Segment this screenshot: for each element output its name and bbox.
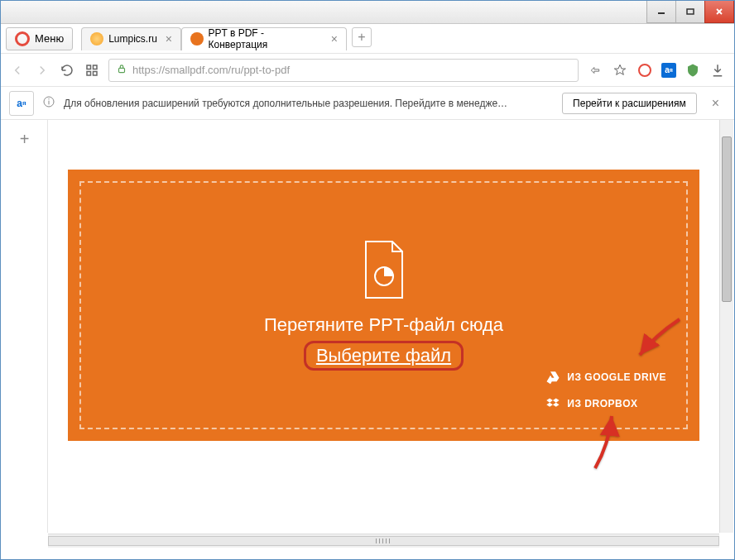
ppt-file-icon [361,240,407,299]
cloud-source-links: ИЗ GOOGLE DRIVE ИЗ DROPBOX [545,370,666,411]
window-close-button[interactable] [704,1,734,23]
sidebar-add-button[interactable]: + [20,130,30,149]
upload-panel: Перетяните PPT-файл сюда Выберите файл И… [68,170,699,441]
horizontal-scrollbar[interactable] [48,534,719,548]
url-text: https://smallpdf.com/ru/ppt-to-pdf [132,64,290,76]
svg-rect-5 [94,65,98,69]
dropbox-label: ИЗ DROPBOX [567,398,637,409]
opera-menu-button[interactable]: Меню [6,27,73,50]
google-drive-icon [545,370,560,385]
nav-reload-button[interactable] [59,62,75,79]
file-drop-zone[interactable]: Перетяните PPT-файл сюда Выберите файл И… [79,181,688,429]
tab-smallpdf[interactable]: PPT в PDF - Конвертация × [181,27,347,50]
tab-strip: Меню Lumpics.ru × PPT в PDF - Конвертаци… [1,24,734,54]
infobar-close-icon[interactable]: × [712,96,719,111]
adblock-ext-icon[interactable] [685,62,701,79]
scrollbar-thumb[interactable] [48,536,719,546]
bookmark-icon[interactable] [612,62,628,79]
svg-rect-1 [687,9,694,14]
page-content: Перетяните PPT-файл сюда Выберите файл И… [48,120,719,533]
from-google-drive-link[interactable]: ИЗ GOOGLE DRIVE [545,370,666,385]
gdrive-label: ИЗ GOOGLE DRIVE [567,371,666,383]
svg-rect-7 [94,71,98,75]
window-maximize-button[interactable] [675,1,705,23]
choose-file-button[interactable]: Выберите файл [304,341,464,371]
dropbox-icon [545,396,560,411]
window-minimize-button[interactable] [646,1,676,23]
tab-title: Lumpics.ru [108,33,157,45]
tab-close-icon[interactable]: × [166,32,172,45]
tab-close-icon[interactable]: × [331,32,338,45]
lock-icon [116,63,127,77]
nav-back-button[interactable] [9,62,26,79]
new-tab-button[interactable]: + [352,27,372,47]
opera-ext-icon[interactable] [637,62,653,79]
from-dropbox-link[interactable]: ИЗ DROPBOX [545,396,666,411]
menu-label: Меню [35,32,64,45]
nav-forward-button[interactable] [34,62,50,79]
translate-icon: aя [9,91,34,116]
translate-ext-icon[interactable]: aя [661,63,676,78]
speed-dial-button[interactable] [84,62,100,79]
favicon-icon [90,32,103,45]
vertical-scrollbar[interactable] [719,120,733,533]
drag-hint-text: Перетяните PPT-файл сюда [264,314,503,336]
opera-logo-icon [15,31,30,46]
url-input[interactable]: https://smallpdf.com/ru/ppt-to-pdf [108,59,579,82]
browser-window: Меню Lumpics.ru × PPT в PDF - Конвертаци… [0,0,735,560]
downloads-icon[interactable] [709,62,726,79]
favicon-icon [190,32,204,45]
infobar-message: Для обновления расширений требуются допо… [64,98,507,109]
goto-extensions-button[interactable]: Перейти к расширениям [562,93,697,114]
svg-rect-8 [119,68,125,72]
scrollbar-thumb[interactable] [722,136,732,302]
info-icon [42,95,55,111]
svg-point-11 [48,98,49,99]
left-sidebar: + [2,120,48,533]
tab-lumpics[interactable]: Lumpics.ru × [81,27,181,50]
window-titlebar [1,1,734,24]
svg-rect-4 [87,65,91,69]
address-bar: https://smallpdf.com/ru/ppt-to-pdf aя [1,54,734,87]
extension-info-bar: aя Для обновления расширений требуются д… [1,87,734,120]
vpn-forward-icon[interactable] [587,62,603,79]
tab-title: PPT в PDF - Конвертация [209,27,323,50]
svg-rect-6 [87,71,91,75]
